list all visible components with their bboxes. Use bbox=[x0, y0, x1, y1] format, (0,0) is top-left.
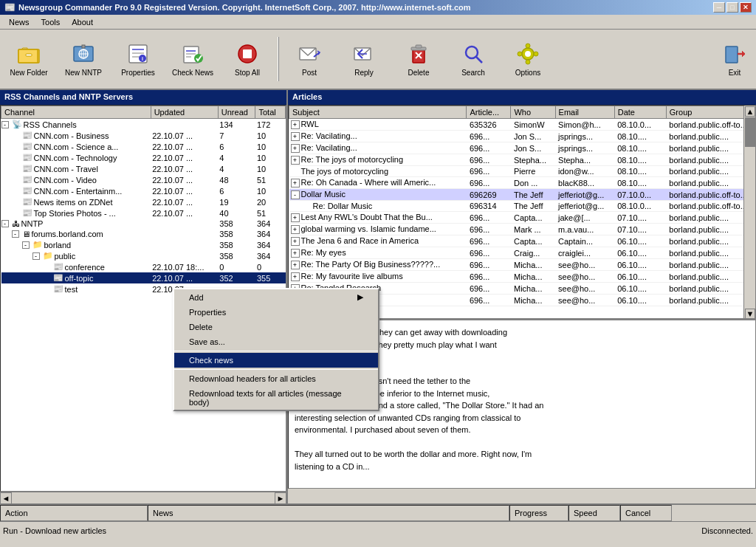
tree-row[interactable]: 📰 CNN.com - Science a... 22.10.07 ... 6 … bbox=[1, 141, 286, 152]
article-expand-btn[interactable]: + bbox=[291, 272, 300, 281]
ctx-save-as-label: Save as... bbox=[189, 337, 225, 346]
col-unread[interactable]: Unread bbox=[218, 106, 255, 119]
article-article-cell: 696... bbox=[467, 166, 511, 177]
exit-button[interactable]: Exit bbox=[716, 34, 753, 84]
col-channel[interactable]: Channel bbox=[1, 106, 151, 119]
ctx-add-item[interactable]: Add ▶ bbox=[174, 289, 378, 305]
article-expand-btn[interactable]: + bbox=[291, 237, 300, 246]
tree-row[interactable]: 📰 off-topic 22.10.07 ... 352 355 bbox=[1, 272, 286, 283]
tree-row[interactable]: 📰 CNN.com - Business 22.10.07 ... 7 10 bbox=[1, 130, 286, 141]
article-expand-btn[interactable]: + bbox=[291, 144, 300, 153]
scroll-right-btn[interactable]: ► bbox=[275, 492, 286, 504]
tree-cell-content: - 📁 borland bbox=[22, 240, 150, 250]
minimize-button[interactable]: ─ bbox=[713, 2, 725, 13]
new-nntp-label: New NNTP bbox=[65, 69, 102, 77]
article-expand-btn[interactable]: + bbox=[291, 249, 300, 258]
col-email[interactable]: Email bbox=[555, 106, 614, 119]
article-group-cell: borland.public.... bbox=[666, 177, 755, 189]
articles-area[interactable]: Subject Article... Who Email Date Group … bbox=[288, 105, 756, 319]
tree-row[interactable]: - 🖥 forums.borland.com 358 364 bbox=[1, 229, 286, 239]
article-row[interactable]: +Re: Vacilating... 696... Jon S... jspri… bbox=[289, 131, 755, 142]
options-button[interactable]: Options bbox=[502, 34, 554, 84]
tree-row[interactable]: 📰 conference 22.10.07 18:... 0 0 bbox=[1, 261, 286, 272]
col-date[interactable]: Date bbox=[614, 106, 666, 119]
ctx-redownload-headers-item[interactable]: Redownload headers for all articles bbox=[174, 371, 378, 386]
article-row[interactable]: +Lest Any RWL's Doubt That the Bu... 696… bbox=[289, 212, 755, 224]
article-article-cell: 696... bbox=[467, 177, 511, 189]
article-row[interactable]: +RWL 635326 SimonW Simon@h... 08.10.0...… bbox=[289, 119, 755, 131]
tree-row[interactable]: - 📁 borland 358 364 bbox=[1, 239, 286, 250]
properties-button[interactable]: i Properties bbox=[112, 34, 164, 84]
col-subject[interactable]: Subject bbox=[289, 106, 467, 119]
article-row[interactable]: +The Jena 6 and Race in America 696... C… bbox=[289, 235, 755, 247]
menu-about[interactable]: About bbox=[66, 16, 99, 28]
article-row[interactable]: +Re: My favourite live albums 696... Mic… bbox=[289, 271, 755, 283]
tree-item-icon: 📰 bbox=[22, 164, 32, 173]
delete-button[interactable]: Delete bbox=[393, 34, 444, 84]
tree-cell-content: - 📡 RSS Channels bbox=[1, 120, 150, 129]
maximize-button[interactable]: □ bbox=[726, 2, 738, 13]
article-expand-btn[interactable]: + bbox=[291, 132, 300, 141]
article-expand-btn[interactable]: + bbox=[291, 261, 300, 269]
expand-btn[interactable]: - bbox=[1, 220, 9, 227]
scroll-thumb[interactable] bbox=[745, 117, 755, 147]
scroll-down-btn[interactable]: ▼ bbox=[745, 309, 755, 319]
article-row[interactable]: +global warming vs. Islamic fundame... 6… bbox=[289, 224, 755, 235]
article-expand-btn[interactable]: - bbox=[291, 190, 300, 199]
tree-row[interactable]: - 📡 RSS Channels 134 172 bbox=[1, 119, 286, 131]
col-who[interactable]: Who bbox=[511, 106, 555, 119]
col-article[interactable]: Article... bbox=[467, 106, 511, 119]
stop-all-button[interactable]: Stop All bbox=[221, 34, 273, 84]
articles-vscroll[interactable]: ▲ ▼ bbox=[743, 106, 755, 319]
tree-row[interactable]: 📰 CNN.com - Travel 22.10.07 ... 4 10 bbox=[1, 163, 286, 174]
article-row[interactable]: -Dollar Music 696269 The Jeff jefferiot@… bbox=[289, 189, 755, 201]
article-who-cell: Pierre bbox=[511, 166, 555, 177]
article-row[interactable]: +Re: The Party Of Big Business?????... 6… bbox=[289, 259, 755, 271]
ctx-save-as-item[interactable]: Save as... bbox=[174, 334, 378, 349]
reply-button[interactable]: Reply bbox=[338, 34, 390, 84]
tree-row[interactable]: - 📁 public 358 364 bbox=[1, 250, 286, 261]
article-row[interactable]: The joys of motorcycling 696... Pierre i… bbox=[289, 166, 755, 177]
expand-btn[interactable]: - bbox=[12, 230, 19, 238]
close-button[interactable]: ✕ bbox=[740, 2, 752, 13]
col-updated[interactable]: Updated bbox=[151, 106, 218, 119]
article-row[interactable]: +Re: The joys of motorcycling 696... Ste… bbox=[289, 154, 755, 166]
check-news-button[interactable]: Check News bbox=[167, 34, 219, 84]
search-button[interactable]: Search bbox=[447, 34, 499, 84]
new-nntp-button[interactable]: New NNTP bbox=[58, 34, 109, 84]
article-expand-btn[interactable]: + bbox=[291, 213, 300, 222]
menu-news[interactable]: News bbox=[3, 16, 35, 28]
article-date-cell: 07.10.... bbox=[614, 224, 666, 235]
article-expand-btn[interactable]: + bbox=[291, 225, 300, 234]
ctx-redownload-texts-item[interactable]: Redownload texts for all articles (messa… bbox=[174, 386, 378, 410]
tree-item-icon: 📰 bbox=[22, 186, 32, 196]
ctx-properties-item[interactable]: Properties bbox=[174, 305, 378, 320]
scroll-track[interactable] bbox=[12, 492, 275, 503]
tree-row[interactable]: 📰 CNN.com - Entertainm... 22.10.07 ... 6… bbox=[1, 185, 286, 196]
ctx-delete-item[interactable]: Delete bbox=[174, 320, 378, 334]
scroll-up-btn[interactable]: ▲ bbox=[745, 106, 755, 117]
tree-row[interactable]: - 🖧 NNTP 358 364 bbox=[1, 219, 286, 229]
article-row[interactable]: Re: Dollar Music 696314 The Jeff jefferi… bbox=[289, 201, 755, 212]
expand-btn[interactable]: - bbox=[22, 241, 30, 249]
new-folder-button[interactable]: New Folder bbox=[3, 34, 55, 84]
tree-row[interactable]: 📰 News items on ZDNet 22.10.07 ... 19 20 bbox=[1, 196, 286, 207]
tree-row[interactable]: 📰 CNN.com - Video 22.10.07 ... 48 51 bbox=[1, 174, 286, 185]
tree-row[interactable]: 📰 Top Stories Photos - ... 22.10.07 ... … bbox=[1, 207, 286, 219]
scroll-left-btn[interactable]: ◄ bbox=[0, 492, 12, 504]
article-expand-btn[interactable]: + bbox=[291, 156, 300, 165]
article-row[interactable]: +Re: Oh Canada - Where will Americ... 69… bbox=[289, 177, 755, 189]
article-row[interactable]: +Re: My eyes 696... Craig... craiglei...… bbox=[289, 247, 755, 259]
ctx-check-news-item[interactable]: Check news bbox=[174, 353, 378, 368]
post-button[interactable]: Post bbox=[284, 34, 335, 84]
article-expand-btn[interactable]: + bbox=[291, 179, 300, 188]
col-group[interactable]: Group bbox=[666, 106, 755, 119]
col-total[interactable]: Total bbox=[255, 106, 286, 119]
left-hscroll[interactable]: ◄ ► bbox=[0, 492, 286, 503]
expand-btn[interactable]: - bbox=[32, 252, 40, 260]
tree-row[interactable]: 📰 CNN.com - Technology 22.10.07 ... 4 10 bbox=[1, 152, 286, 163]
expand-btn[interactable]: - bbox=[1, 121, 9, 128]
menu-tools[interactable]: Tools bbox=[35, 16, 66, 28]
article-expand-btn[interactable]: + bbox=[291, 120, 300, 129]
article-row[interactable]: +Re: Vacilating... 696... Jon S... jspri… bbox=[289, 142, 755, 154]
